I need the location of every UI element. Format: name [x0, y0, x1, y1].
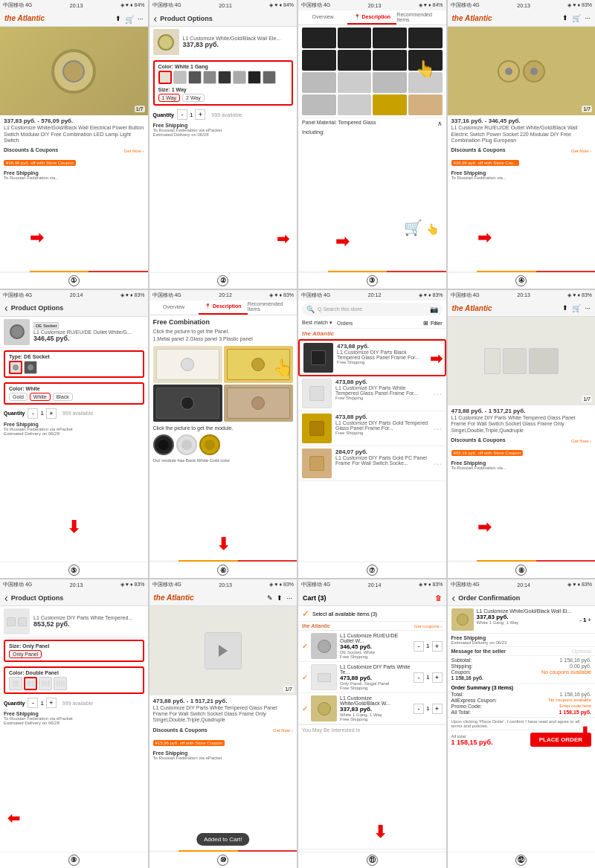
more-dots-7-2[interactable]: ··· [434, 388, 443, 399]
back-arrow-12[interactable]: ‹ [452, 592, 456, 604]
list-item-7-3[interactable]: 473,88 руб. L1 Customize DIY Parts Gold … [298, 411, 446, 446]
get-coupons-11[interactable]: Get coupons › [414, 624, 443, 629]
filter-icon-7[interactable]: ⊞ Filter [423, 320, 443, 327]
swatch-6[interactable] [233, 71, 246, 84]
panel-dk-1[interactable] [302, 28, 336, 48]
panel-lt-1[interactable] [302, 72, 336, 93]
qty-plus-5[interactable]: + [46, 408, 57, 419]
more-dots-7-4[interactable]: ··· [434, 457, 443, 469]
q-plus-11-2[interactable]: + [432, 672, 443, 683]
qty-minus-2[interactable]: - [177, 109, 187, 120]
panel-lt-5[interactable] [302, 94, 336, 115]
panel-dk-2[interactable] [338, 28, 372, 48]
qty-minus-9[interactable]: - [28, 698, 38, 708]
get-now-10[interactable]: Get Now › [273, 728, 293, 733]
back-arrow-9[interactable]: ‹ [4, 592, 8, 604]
tab-recommended-3[interactable]: Recommended Items [396, 10, 446, 25]
list-item-7-4[interactable]: 284,07 руб. L1 Customize DIY Parts Gold … [298, 446, 446, 481]
get-now-4[interactable]: Get Now › [571, 149, 591, 153]
color-swatch-9-1[interactable] [9, 677, 22, 690]
more-icon-4[interactable]: ··· [585, 14, 591, 22]
tab-overview-6[interactable]: Overview [149, 300, 199, 315]
pill-2way[interactable]: 2 Way [182, 94, 205, 102]
cart-check-11-2[interactable]: ✓ [302, 673, 308, 681]
qty-control-5[interactable]: - 1 + [28, 408, 56, 419]
edit-icon-10[interactable]: ✎ [267, 594, 273, 602]
more-icon[interactable]: ··· [138, 15, 144, 22]
type-swatch-2[interactable] [24, 361, 37, 374]
more-icon-10[interactable]: ··· [286, 594, 292, 602]
color-swatch-9-2[interactable] [24, 677, 37, 690]
swatch-5[interactable] [218, 71, 231, 84]
qty-plus-9[interactable]: + [46, 698, 57, 708]
panel-beige-6[interactable] [224, 385, 293, 422]
cart-icon-4[interactable]: 🛒 [572, 14, 581, 22]
camera-icon-7[interactable]: 📷 [430, 306, 438, 313]
swatch-3[interactable] [188, 71, 202, 84]
swatch-8[interactable] [263, 71, 276, 84]
q-minus-11-1[interactable]: - [414, 641, 424, 652]
pill-gold-5[interactable]: Gold [9, 393, 28, 401]
swatch-4[interactable] [203, 71, 216, 84]
cart-check-11-3[interactable]: ✓ [302, 704, 308, 713]
list-item-7-2[interactable]: 473,88 руб. L1 Customize DIY Parts White… [298, 376, 446, 411]
panel-white-6[interactable] [153, 346, 222, 383]
more-icon-8[interactable]: ··· [585, 304, 591, 312]
tab-description-6[interactable]: 📍 Description [199, 300, 248, 315]
share-icon-4[interactable]: ⬆ [562, 14, 568, 22]
tab-description-3[interactable]: 📍 Description [347, 10, 396, 25]
promo-code-val-12[interactable]: Enter code here [559, 704, 591, 709]
color-swatch-9-4[interactable] [54, 677, 67, 690]
panel-gold-1[interactable] [373, 94, 407, 115]
panel-dk-7[interactable] [373, 50, 407, 71]
panel-dk-6[interactable] [338, 50, 372, 71]
cart-check-11-1[interactable]: ✓ [302, 642, 308, 650]
q-plus-11-3[interactable]: + [432, 704, 443, 714]
q-minus-11-3[interactable]: - [414, 704, 424, 714]
panel-black-6[interactable] [153, 385, 222, 422]
module-white[interactable] [176, 434, 197, 455]
q-plus-11-1[interactable]: + [432, 641, 443, 652]
color-swatch-9-3[interactable] [39, 677, 52, 690]
pill-1way[interactable]: 1 Way [158, 94, 181, 102]
panel-dk-3[interactable] [373, 28, 407, 48]
back-arrow-5[interactable]: ‹ [4, 302, 8, 314]
type-swatch-1[interactable] [9, 361, 22, 374]
pill-black-5[interactable]: Black [53, 393, 73, 401]
share-icon[interactable]: ⬆ [115, 15, 121, 22]
get-now-8[interactable]: Get Now › [571, 439, 591, 443]
best-match-7[interactable]: Best match ▾ [302, 320, 332, 326]
share-icon-10[interactable]: ⬆ [277, 594, 283, 602]
qty-plus-2[interactable]: + [195, 109, 205, 120]
message-placeholder-12[interactable]: Optional [572, 649, 591, 654]
cart-icon[interactable]: 🛒 [125, 16, 134, 24]
back-arrow-2[interactable]: ‹ [154, 13, 158, 25]
pill-white-5[interactable]: White [30, 393, 51, 401]
get-now-1[interactable]: Get Now › [123, 149, 144, 153]
tab-recommended-6[interactable]: Recommended Items [248, 300, 297, 315]
cart-icon-8[interactable]: 🛒 [572, 304, 581, 312]
orders-7[interactable]: Orders [337, 321, 353, 326]
more-dots-7-3[interactable]: ··· [434, 422, 443, 434]
swatch-7[interactable] [248, 71, 261, 84]
swatch-2[interactable] [173, 71, 187, 84]
swatch-1[interactable] [158, 71, 172, 84]
qty-control-9[interactable]: - 1 + [28, 698, 56, 708]
panel-dk-5[interactable] [302, 50, 336, 71]
search-bar-7[interactable]: 🔍 Q Search this store 📷 [302, 303, 443, 316]
module-gold[interactable] [199, 434, 220, 455]
qty-minus-5[interactable]: - [28, 408, 38, 419]
collapse-icon-3[interactable]: ∧ [437, 120, 443, 127]
pill-only-9[interactable]: Only Panel [9, 650, 42, 658]
panel-lt-2[interactable] [338, 72, 372, 93]
panel-dk-4[interactable] [408, 28, 443, 48]
select-all-check-11[interactable]: ✓ [302, 608, 309, 619]
delete-icon-11[interactable]: 🗑 [435, 594, 442, 602]
list-item-7-1[interactable]: 473,88 руб. L1 Customize DIY Parts Black… [298, 339, 446, 376]
module-black[interactable] [153, 434, 174, 455]
tab-overview-3[interactable]: Overview [298, 10, 347, 25]
qty-control-2[interactable]: - 1 + [177, 109, 205, 120]
panel-lt-3[interactable] [373, 72, 407, 93]
share-icon-8[interactable]: ⬆ [562, 304, 568, 312]
panel-lt-6[interactable] [338, 94, 372, 115]
